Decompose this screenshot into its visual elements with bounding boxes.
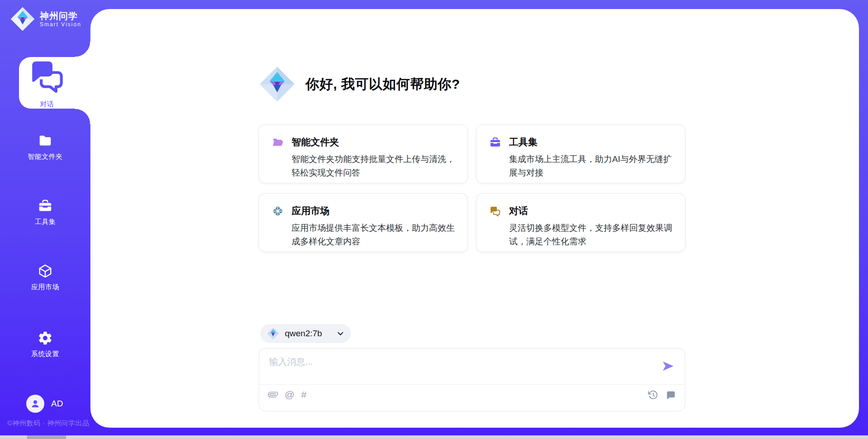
tab-fillet-top bbox=[75, 42, 90, 57]
copyright-text: ©神州数码 · 神州问学出品 bbox=[7, 419, 89, 428]
attach-icon[interactable] bbox=[266, 387, 280, 401]
composer-left-tools: @ # bbox=[268, 390, 307, 400]
toolbox-icon bbox=[489, 136, 501, 148]
model-name: qwen2:7b bbox=[285, 329, 322, 339]
card-title: 应用市场 bbox=[292, 205, 330, 217]
app-subtitle: Smart Vision bbox=[40, 21, 81, 28]
card-toolset[interactable]: 工具集 集成市场上主流工具，助力AI与外界无缝扩展与对接 bbox=[476, 124, 685, 183]
chat-icon bbox=[28, 57, 67, 96]
sidebar-item-label: 系统设置 bbox=[31, 350, 59, 358]
user-account[interactable]: AD bbox=[26, 394, 63, 414]
history-icon[interactable] bbox=[648, 390, 658, 400]
card-title: 工具集 bbox=[509, 136, 538, 148]
card-description: 应用市场提供丰富长文本模板，助力高效生成多样化文章内容 bbox=[292, 221, 459, 248]
card-description: 智能文件夹功能支持批量文件上传与清洗，轻松实现文件问答 bbox=[292, 153, 459, 180]
message-input[interactable] bbox=[268, 355, 654, 383]
cube-grid-icon bbox=[272, 205, 284, 217]
sidebar-item-label: 智能文件夹 bbox=[28, 153, 63, 161]
gear-icon bbox=[38, 330, 53, 346]
main-panel: 你好, 我可以如何帮助你? 智能文件夹 智能文件夹功能支持批量文件上传与清洗，轻… bbox=[90, 9, 859, 428]
sidebar-item-tools[interactable]: 工具集 bbox=[0, 198, 90, 226]
sidebar-item-folders[interactable]: 智能文件夹 bbox=[0, 133, 90, 161]
scrollbar-thumb[interactable] bbox=[27, 435, 66, 439]
logo-diamond-icon bbox=[259, 66, 296, 103]
cube-icon bbox=[38, 263, 53, 279]
feature-cards: 智能文件夹 智能文件夹功能支持批量文件上传与清洗，轻松实现文件问答 工具集 集成… bbox=[259, 124, 685, 252]
horizontal-scrollbar[interactable] bbox=[0, 435, 868, 439]
sidebar: 神州问学 Smart Vision 对话 智能文件夹 bbox=[0, 0, 90, 439]
card-title: 智能文件夹 bbox=[292, 136, 339, 148]
sidebar-item-market[interactable]: 应用市场 bbox=[0, 263, 90, 291]
avatar bbox=[26, 395, 44, 413]
sidebar-item-label: 对话 bbox=[40, 100, 54, 109]
card-chat[interactable]: 对话 灵活切换多模型文件，支持多样回复效果调试，满足个性化需求 bbox=[476, 193, 685, 252]
card-description: 集成市场上主流工具，助力AI与外界无缝扩展与对接 bbox=[509, 153, 677, 180]
card-description: 灵活切换多模型文件，支持多样回复效果调试，满足个性化需求 bbox=[509, 221, 677, 248]
brand-logo: 神州问学 Smart Vision bbox=[10, 6, 81, 32]
person-icon bbox=[30, 398, 41, 409]
message-composer: @ # bbox=[259, 348, 685, 411]
folder-icon bbox=[38, 133, 53, 148]
tab-fillet-bottom bbox=[75, 109, 90, 124]
logo-diamond-icon bbox=[10, 6, 35, 32]
model-selector[interactable]: qwen2:7b bbox=[260, 324, 351, 343]
app-title: 神州问学 bbox=[40, 10, 81, 21]
composer-divider bbox=[259, 384, 685, 385]
hash-icon[interactable]: # bbox=[301, 390, 307, 400]
sidebar-item-settings[interactable]: 系统设置 bbox=[0, 330, 90, 358]
chevron-down-icon bbox=[336, 329, 344, 338]
folder-open-icon bbox=[272, 136, 284, 148]
logo-diamond-icon bbox=[267, 327, 279, 340]
composer-right-tools bbox=[648, 390, 676, 400]
greeting-text: 你好, 我可以如何帮助你? bbox=[306, 75, 460, 94]
user-name: AD bbox=[51, 399, 63, 409]
sidebar-item-label: 应用市场 bbox=[31, 283, 59, 291]
send-icon[interactable] bbox=[661, 359, 675, 373]
sidebar-item-label: 工具集 bbox=[35, 218, 56, 226]
card-title: 对话 bbox=[509, 205, 528, 217]
greeting: 你好, 我可以如何帮助你? bbox=[259, 66, 460, 102]
feedback-icon[interactable] bbox=[665, 390, 676, 400]
sidebar-item-chat[interactable]: 对话 bbox=[19, 57, 91, 109]
chat-icon bbox=[489, 205, 501, 217]
card-app-market[interactable]: 应用市场 应用市场提供丰富长文本模板，助力高效生成多样化文章内容 bbox=[259, 193, 468, 252]
toolbox-icon bbox=[38, 198, 53, 214]
mention-icon[interactable]: @ bbox=[285, 390, 294, 400]
card-smart-folder[interactable]: 智能文件夹 智能文件夹功能支持批量文件上传与清洗，轻松实现文件问答 bbox=[259, 124, 468, 183]
app-root: 神州问学 Smart Vision 对话 智能文件夹 bbox=[0, 0, 868, 439]
